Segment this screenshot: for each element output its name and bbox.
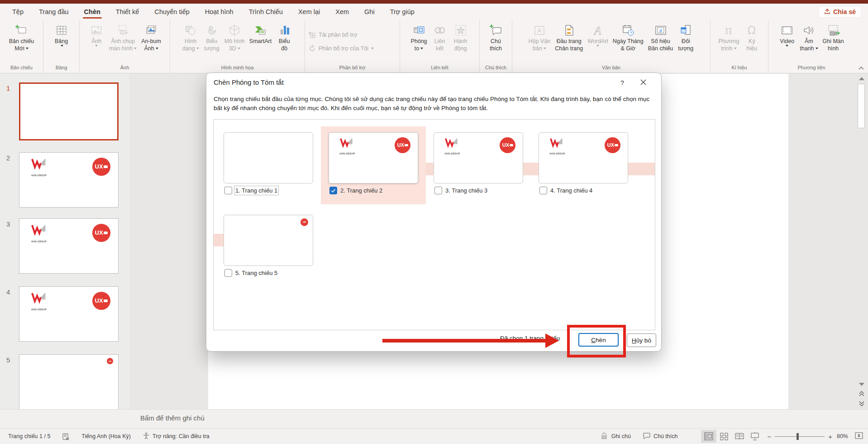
object-button[interactable]: Đối tượng xyxy=(675,22,696,52)
wordart-button[interactable]: A WordArt xyxy=(585,22,610,47)
new-slide-button[interactable]: Bản chiếu Mới xyxy=(7,22,37,52)
audio-button[interactable]: Âm thanh xyxy=(797,22,820,52)
screenshot-button[interactable]: Ảnh chụp màn hình xyxy=(107,22,139,52)
menu-bar: Tệp Trang đầu Chèn Thiết kế Chuyển tiếp … xyxy=(0,4,868,20)
dialog-slide-thumb-1[interactable] xyxy=(224,132,313,183)
dialog-slide-thumb-2[interactable]: HVN GROUP UX xyxy=(329,132,418,183)
tab-help[interactable]: Trợ giúp xyxy=(382,4,422,20)
dialog-slide-option-5[interactable]: 5. Trang chiếu 5 xyxy=(224,269,277,277)
ux-badge: UX xyxy=(92,224,110,242)
zoom-out-icon[interactable]: − xyxy=(767,433,771,440)
dialog-slide-thumb-3[interactable]: HVN GROUP UX xyxy=(434,132,523,183)
text-box-button[interactable]: A Hộp Văn bản xyxy=(526,22,553,52)
slide-thumbnail-2[interactable]: HVN GROUP UX xyxy=(19,152,119,208)
slide-number-button[interactable]: # Số hiệu Bản chiếu xyxy=(646,22,676,52)
slide-thumbnail-5[interactable]: UX xyxy=(19,354,119,410)
slide-thumbnail-1[interactable] xyxy=(19,82,119,140)
ux-badge-small: UX xyxy=(300,218,308,226)
checkbox-unchecked[interactable] xyxy=(539,187,547,194)
3d-models-button[interactable]: Mô hình 3D xyxy=(222,22,247,52)
slide-thumbnail-4[interactable]: HVN GROUP UX xyxy=(19,286,119,342)
tab-slideshow[interactable]: Trình Chiếu xyxy=(241,4,291,20)
ribbon-group-addins: Tải phần bổ trợ Phần bổ trợ của Tôi Phần… xyxy=(305,20,400,73)
tab-design[interactable]: Thiết kế xyxy=(108,4,147,20)
ribbon-group-illustrations: Hình dạng Biểu tượng Mô hình 3D SmartArt xyxy=(170,20,305,73)
previous-slide-icon[interactable] xyxy=(858,391,865,397)
comment-button[interactable]: Chú thích xyxy=(486,22,506,52)
scrollbar-thumb[interactable] xyxy=(858,84,865,128)
smartart-button[interactable]: SmartArt xyxy=(247,22,274,45)
my-addins-button[interactable]: Phần bổ trợ của Tôi xyxy=(309,45,374,52)
date-time-button[interactable]: Ngày Tháng & Giờ xyxy=(610,22,646,52)
dialog-help-button[interactable]: ? xyxy=(616,77,629,88)
tab-view[interactable]: Xem xyxy=(328,4,357,20)
header-footer-button[interactable]: Đầu trang Chân trang xyxy=(553,22,585,52)
next-slide-icon[interactable] xyxy=(858,401,865,407)
slide-thumbnail-3[interactable]: HVN GROUP UX xyxy=(19,218,119,274)
checkbox-checked[interactable] xyxy=(329,187,337,194)
annotation-arrow xyxy=(382,339,548,343)
cancel-button[interactable]: Hủy bỏ xyxy=(627,333,656,347)
dialog-slide-option-4[interactable]: 4. Trang chiếu 4 xyxy=(539,187,592,194)
spell-check-icon[interactable] xyxy=(62,433,70,440)
zoom-in-icon[interactable]: + xyxy=(828,433,832,440)
scroll-up-arrow[interactable] xyxy=(859,77,864,80)
tab-insert[interactable]: Chèn xyxy=(76,4,108,20)
dialog-slide-thumb-4[interactable]: HVN GROUP UX xyxy=(539,132,628,183)
tab-home[interactable]: Trang đầu xyxy=(31,4,76,20)
dialog-slide-option-3[interactable]: 3. Trang chiếu 3 xyxy=(434,187,487,194)
ux-badge: UX xyxy=(395,137,410,153)
tab-animations[interactable]: Hoạt hình xyxy=(197,4,241,20)
symbol-button[interactable]: Ω Ký hiệu xyxy=(741,22,762,52)
smartart-icon xyxy=(253,23,267,38)
shapes-button[interactable]: Hình dạng xyxy=(180,22,201,52)
titlebar-strip xyxy=(0,0,868,4)
zoom-slider-thumb[interactable] xyxy=(796,433,799,440)
chart-button[interactable]: Biểu đồ xyxy=(274,22,295,52)
dialog-close-button[interactable] xyxy=(636,77,650,89)
dialog-description: Chọn trang chiếu bắt đầu của từng mục. C… xyxy=(214,95,656,113)
chart-icon xyxy=(277,23,291,38)
slideshow-view-button[interactable] xyxy=(747,430,763,443)
fit-slide-to-window-icon[interactable] xyxy=(854,432,863,441)
checkbox-unchecked[interactable] xyxy=(224,187,232,194)
pictures-button[interactable]: Ảnh xyxy=(86,22,107,47)
ribbon-group-symbols: π Phương trình Ω Ký hiệu Kí hiệu xyxy=(711,20,768,73)
dialog-slide-option-1[interactable]: 1. Trang chiếu 1 xyxy=(224,187,277,194)
notes-pane[interactable]: Bấm để thêm ghi chú xyxy=(0,409,868,428)
video-button[interactable]: Video xyxy=(777,22,797,47)
scroll-down-arrow[interactable] xyxy=(859,383,864,386)
photo-album-button[interactable]: An-bum Ảnh xyxy=(139,22,163,52)
notes-toggle-button[interactable]: Ghi chú xyxy=(601,432,631,441)
language-indicator[interactable]: Tiếng Anh (Hoa Kỳ) xyxy=(81,433,131,439)
tab-transitions[interactable]: Chuyển tiếp xyxy=(147,4,197,20)
tab-review[interactable]: Xem lại xyxy=(291,4,328,20)
normal-view-button[interactable] xyxy=(701,430,716,443)
reading-view-button[interactable] xyxy=(732,430,747,443)
icons-button[interactable]: Biểu tượng xyxy=(201,22,222,52)
equation-pi-icon: π xyxy=(721,23,736,38)
screen-recording-button[interactable]: Ghi Màn hình xyxy=(820,22,846,52)
hvn-group-logo: HVN GROUP xyxy=(550,138,577,156)
zoom-slider[interactable] xyxy=(775,436,825,437)
powerpoint-window: Tệp Trang đầu Chèn Thiết kế Chuyển tiếp … xyxy=(0,0,868,444)
dialog-slide-option-2[interactable]: 2. Trang chiếu 2 xyxy=(329,187,382,194)
accessibility-status[interactable]: Trợ năng: Cần điều tra xyxy=(143,432,210,441)
equation-button[interactable]: π Phương trình xyxy=(716,22,742,52)
checkbox-unchecked[interactable] xyxy=(224,269,232,277)
collapse-ribbon-icon[interactable] xyxy=(858,65,864,72)
checkbox-unchecked[interactable] xyxy=(434,187,442,194)
action-button[interactable]: Hành động xyxy=(450,22,471,52)
dialog-slide-thumb-5[interactable]: UX xyxy=(224,215,313,266)
zoom-button[interactable]: Phóng to xyxy=(408,22,429,52)
comments-toggle-button[interactable]: Chú thích xyxy=(643,432,678,441)
share-button[interactable]: Chia sẻ xyxy=(818,6,862,18)
get-addins-button[interactable]: Tải phần bổ trợ xyxy=(309,31,357,39)
link-button[interactable]: Liên kết xyxy=(429,22,450,52)
tab-file[interactable]: Tệp xyxy=(5,4,31,20)
table-button[interactable]: Bảng xyxy=(51,22,72,47)
tab-record[interactable]: Ghi xyxy=(357,4,382,20)
slide-sorter-view-button[interactable] xyxy=(716,430,732,443)
zoom-level[interactable]: 80% xyxy=(837,433,848,439)
text-box-icon: A xyxy=(532,23,547,38)
